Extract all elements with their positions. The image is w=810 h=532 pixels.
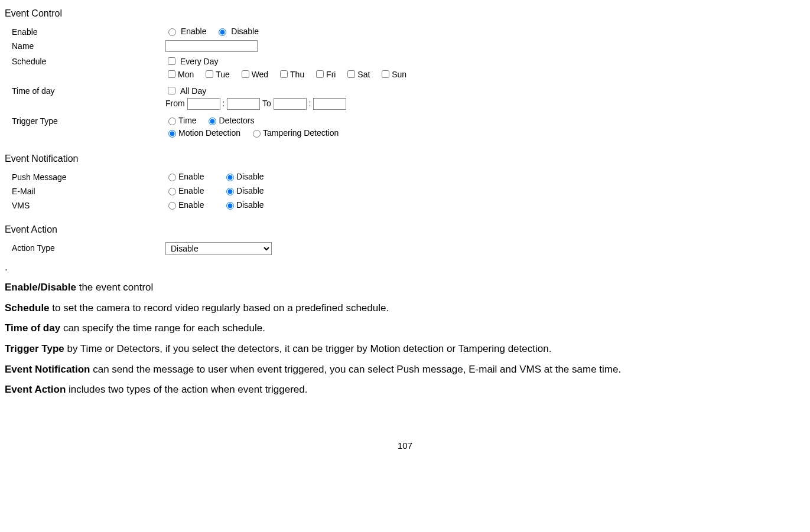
opt-vms-enable: Enable (178, 200, 214, 210)
input-from-m[interactable] (227, 98, 260, 110)
opt-tue: Tue (216, 70, 230, 79)
opt-email-disable: Disable (236, 186, 264, 195)
row-vms: VMS Enable Disable (5, 200, 805, 210)
input-name[interactable] (165, 40, 258, 52)
radio-email-disable[interactable] (226, 188, 234, 195)
row-actiontype: Action Type Disable (5, 242, 805, 255)
radio-tampering[interactable] (253, 130, 261, 138)
input-from-h[interactable] (187, 98, 220, 110)
radio-time[interactable] (168, 118, 176, 125)
opt-mon: Mon (178, 70, 194, 79)
radio-push-disable[interactable] (226, 174, 234, 181)
opt-vms-disable: Disable (236, 200, 264, 210)
label-from: From (165, 99, 185, 108)
opt-push-disable: Disable (236, 172, 264, 181)
desc6: includes two types of the action when ev… (66, 384, 307, 395)
check-fri[interactable] (316, 70, 324, 78)
opt-time: Time (178, 116, 197, 125)
row-schedule: Schedule Every Day Mon Tue Wed Thu Fri S… (5, 56, 805, 81)
desc1-bold: Enable/Disable (5, 282, 76, 293)
radio-disable[interactable] (219, 28, 226, 36)
opt-enable: Enable (181, 27, 207, 36)
opt-tampering: Tampering Detection (263, 128, 339, 138)
row-timeofday: Time of day All Day From : To : (5, 85, 805, 112)
check-wed[interactable] (242, 70, 249, 78)
check-allday[interactable] (168, 87, 175, 94)
label-timeofday: Time of day (5, 85, 165, 96)
label-vms: VMS (5, 200, 165, 210)
opt-sun: Sun (392, 70, 406, 79)
label-email: E-Mail (5, 185, 165, 196)
opt-disable: Disable (231, 27, 259, 36)
page-number: 107 (5, 440, 805, 451)
section-event-control: Event Control (5, 8, 805, 19)
label-to: To (262, 99, 271, 108)
opt-thu: Thu (290, 70, 304, 79)
desc3-bold: Time of day (5, 322, 60, 334)
section-event-action: Event Action (5, 224, 805, 235)
opt-sat: Sat (357, 70, 370, 79)
radio-vms-disable[interactable] (226, 202, 234, 210)
check-sat[interactable] (347, 70, 355, 78)
section-event-notification: Event Notification (5, 154, 805, 164)
check-sun[interactable] (382, 70, 389, 78)
opt-fri: Fri (326, 70, 336, 79)
opt-everyday: Every Day (180, 57, 219, 66)
radio-motion[interactable] (168, 130, 176, 138)
input-to-h[interactable] (274, 98, 307, 110)
desc1: the event control (76, 282, 153, 293)
label-enable: Enable (5, 26, 165, 37)
label-push: Push Message (5, 171, 165, 182)
select-actiontype[interactable]: Disable (165, 242, 272, 255)
desc2-bold: Schedule (5, 302, 50, 314)
desc5-bold: Event Notification (5, 364, 90, 375)
radio-push-enable[interactable] (168, 174, 176, 181)
desc-dot: . (5, 259, 805, 277)
label-schedule: Schedule (5, 56, 165, 66)
desc4-bold: Trigger Type (5, 343, 64, 354)
check-tue[interactable] (206, 70, 213, 78)
row-enable: Enable Enable Disable (5, 26, 805, 37)
row-email: E-Mail Enable Disable (5, 185, 805, 196)
desc3: can specify the time range for each sche… (60, 322, 265, 334)
radio-detectors[interactable] (209, 118, 216, 125)
opt-motion: Motion Detection (178, 128, 240, 138)
desc5: can send the message to user when event … (90, 364, 622, 375)
label-name: Name (5, 40, 165, 51)
opt-allday: All Day (180, 86, 206, 96)
row-name: Name (5, 40, 805, 52)
radio-vms-enable[interactable] (168, 202, 176, 210)
row-push: Push Message Enable Disable (5, 171, 805, 182)
opt-push-enable: Enable (178, 172, 214, 181)
opt-wed: Wed (252, 70, 269, 79)
opt-email-enable: Enable (178, 186, 214, 195)
check-everyday[interactable] (168, 57, 175, 65)
desc6-bold: Event Action (5, 384, 66, 395)
radio-email-enable[interactable] (168, 188, 176, 195)
desc4: by Time or Detectors, if you select the … (64, 343, 552, 354)
radio-enable[interactable] (168, 28, 176, 36)
row-triggertype: Trigger Type Time Detectors Motion Detec… (5, 115, 805, 139)
opt-detectors: Detectors (219, 116, 254, 125)
desc2: to set the camera to record video regula… (50, 302, 389, 314)
label-triggertype: Trigger Type (5, 115, 165, 126)
input-to-m[interactable] (313, 98, 346, 110)
description-block: . Enable/Disable the event control Sched… (5, 259, 805, 399)
label-actiontype: Action Type (5, 242, 165, 253)
check-mon[interactable] (168, 70, 175, 78)
check-thu[interactable] (280, 70, 288, 78)
